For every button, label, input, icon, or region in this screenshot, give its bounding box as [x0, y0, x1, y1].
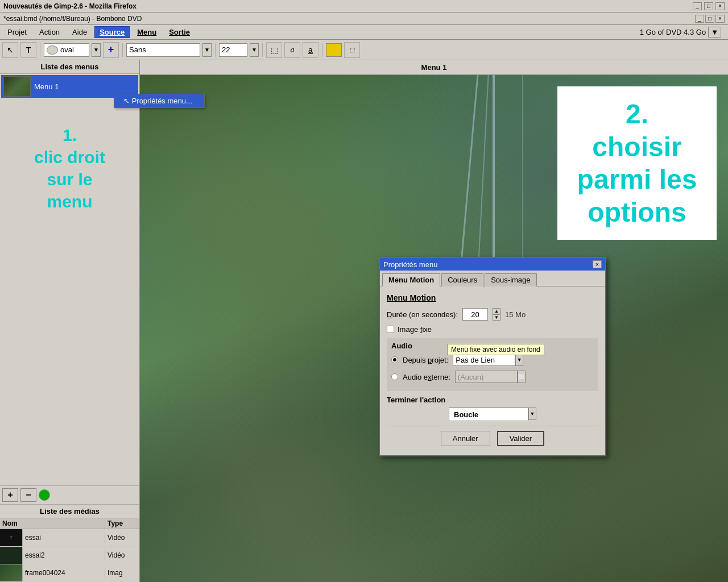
app-close-btn[interactable]: ×: [715, 15, 725, 23]
italic-btn[interactable]: a: [284, 42, 300, 58]
app-minimize-btn[interactable]: _: [695, 15, 704, 23]
ok-button[interactable]: Valider: [497, 431, 545, 446]
toolbar: ↖ T oval ▼ + Sans ▼ 22 ▼ ⬚ a a ⬚: [0, 40, 728, 60]
modal-tab-couleurs[interactable]: Couleurs: [441, 273, 483, 286]
depuis-projet-label: Depuis projet:: [403, 356, 448, 364]
tab-source[interactable]: Source: [94, 26, 130, 38]
media-type-frame: Imag: [105, 568, 139, 578]
shape-dropdown-btn[interactable]: ▼: [92, 43, 101, 57]
add-btn[interactable]: +: [103, 42, 119, 58]
audio-externe-radio[interactable]: [391, 373, 398, 380]
media-list-header: Nom Type: [0, 518, 139, 529]
duration-up-btn[interactable]: ▲: [493, 308, 500, 314]
depuis-projet-row: Depuis projet: Pas de Lien ▼: [391, 354, 594, 366]
tab-menu[interactable]: Menu: [132, 26, 162, 38]
media-col-type: Type: [105, 518, 139, 529]
dvd-capacity-label: 1 Go of DVD 4.3 Go: [640, 28, 706, 36]
modal-tab-menu-motion[interactable]: Menu Motion: [382, 273, 440, 286]
menu-item-label: Menu 1: [34, 82, 59, 91]
modal-properties: Propriétés menu × Menu Motion Couleurs: [379, 257, 606, 456]
instruction-line-1: 1.: [5, 124, 135, 146]
cursor-tool-btn[interactable]: ↖: [2, 42, 18, 58]
pattern-btn[interactable]: ⬚: [344, 42, 360, 58]
audio-externe-btn[interactable]: ⬜: [518, 371, 526, 383]
canvas-area: Menu 1 2. choisirparmi lesoptions: [140, 60, 728, 582]
boucle-select[interactable]: Boucle: [449, 408, 528, 421]
audio-externe-row: Audio externe: (Aucun) ⬜: [391, 371, 594, 383]
image-fixe-label: Image fixe: [398, 325, 432, 334]
canvas-bg[interactable]: 2. choisirparmi lesoptions Propriétés me…: [140, 75, 728, 582]
modal-close-btn[interactable]: ×: [593, 260, 602, 268]
cancel-button[interactable]: Annuler: [441, 431, 490, 446]
sidebar-controls: + −: [0, 485, 139, 505]
boucle-select-wrapper: Boucle ▼: [449, 408, 536, 421]
duration-spinner: ▲ ▼: [493, 308, 500, 321]
size-label: 15 Mo: [505, 310, 526, 319]
instruction-line-3: sur le: [5, 168, 135, 190]
font-dropdown-btn[interactable]: ▼: [202, 43, 212, 57]
menu-projet[interactable]: Projet: [2, 26, 32, 38]
underline-btn[interactable]: a: [303, 42, 318, 58]
menu-aide[interactable]: Aide: [67, 26, 92, 38]
browser-maximize-btn[interactable]: □: [704, 2, 713, 10]
media-header: Liste des médias: [0, 505, 139, 518]
toolbar-sep-4: [262, 43, 263, 57]
bold-btn[interactable]: ⬚: [266, 42, 282, 58]
media-thumb-essai2: [0, 547, 23, 564]
remove-menu-btn[interactable]: −: [20, 488, 36, 502]
image-fixe-checkbox[interactable]: [387, 326, 394, 333]
browser-titlebar: Nouveautés de Gimp-2.6 - Mozilla Firefox…: [0, 0, 728, 13]
status-btn[interactable]: [39, 489, 50, 501]
duration-down-btn[interactable]: ▼: [493, 314, 500, 321]
sidebar: Liste des menus Menu 1 ↖ Propriétés menu…: [0, 60, 140, 582]
media-type-essai2: Vidéo: [105, 550, 139, 560]
tab-sortie[interactable]: Sortie: [164, 26, 195, 38]
media-name-essai2: essai2: [23, 550, 105, 560]
sidebar-instructions: 1. clic droit sur le menu: [0, 119, 139, 485]
browser-minimize-btn[interactable]: _: [693, 2, 702, 10]
menu-action[interactable]: Action: [34, 26, 65, 38]
dvd-dropdown[interactable]: ▼: [708, 27, 721, 38]
menus-header: Liste des menus: [0, 60, 139, 74]
add-menu-btn[interactable]: +: [2, 488, 18, 502]
duration-label: Durée (en secondes):: [387, 310, 458, 319]
instruction-line-2: clic droit: [5, 146, 135, 168]
depuis-projet-select-wrapper: Pas de Lien ▼: [453, 354, 523, 366]
modal-tabs: Menu Motion Couleurs Sous-image: [380, 271, 605, 286]
duration-input[interactable]: [462, 308, 488, 321]
size-dropdown-btn[interactable]: ▼: [250, 43, 259, 57]
browser-controls: _ □ ×: [693, 2, 725, 10]
media-item-essai[interactable]: T essai Vidéo: [0, 529, 139, 547]
font-select[interactable]: Sans: [126, 43, 200, 57]
media-col-name: Nom: [0, 518, 105, 529]
boucle-row: Boucle ▼: [387, 408, 598, 421]
text-tool-btn[interactable]: T: [20, 42, 36, 58]
app-title: *essai.bmd (/home/f/Bureau) - Bombono DV…: [3, 15, 142, 23]
browser-close-btn[interactable]: ×: [715, 2, 725, 10]
media-thumb-essai: T: [0, 529, 23, 546]
app-window: *essai.bmd (/home/f/Bureau) - Bombono DV…: [0, 13, 728, 582]
toolbar-sep-1: [40, 43, 40, 57]
depuis-projet-dropdown[interactable]: ▼: [515, 354, 523, 366]
terminer-title: Terminer l'action: [387, 396, 598, 404]
media-item-essai2[interactable]: essai2 Vidéo: [0, 547, 139, 564]
app-maximize-btn[interactable]: □: [705, 15, 714, 23]
media-thumb-frame: [0, 564, 23, 581]
font-value: Sans: [129, 45, 146, 54]
audio-externe-label: Audio externe:: [403, 373, 450, 381]
size-value: 22: [222, 45, 230, 54]
depuis-projet-select[interactable]: Pas de Lien: [453, 354, 515, 366]
audio-externe-select[interactable]: (Aucun): [455, 371, 518, 383]
shape-select[interactable]: oval: [44, 43, 89, 57]
size-select[interactable]: 22: [219, 43, 247, 57]
boucle-dropdown[interactable]: ▼: [528, 408, 536, 420]
app-controls: _ □ ×: [695, 15, 725, 23]
media-item-frame[interactable]: frame004024 Imag: [0, 564, 139, 582]
media-name-frame: frame004024: [23, 568, 105, 578]
color-swatch[interactable]: [326, 43, 342, 57]
modal-tab-sous-image[interactable]: Sous-image: [485, 273, 536, 286]
modal-content: Menu Motion Durée (en secondes): ▲ ▼ 15 …: [380, 286, 605, 455]
depuis-projet-radio[interactable]: [391, 356, 398, 363]
toolbar-sep-2: [122, 43, 123, 57]
instruction-line-4: menu: [5, 190, 135, 213]
